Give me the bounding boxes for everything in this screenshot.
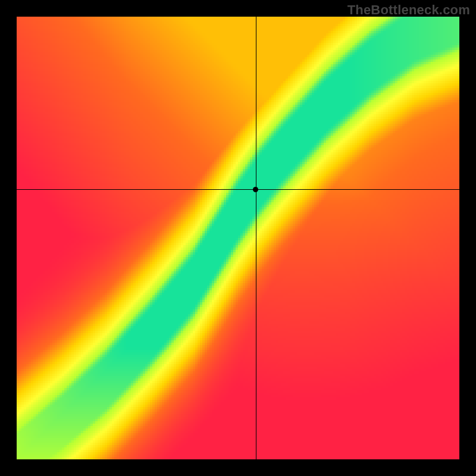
heatmap-plot xyxy=(17,17,459,459)
marker-dot xyxy=(253,187,258,192)
chart-frame: TheBottleneck.com xyxy=(0,0,476,476)
watermark-text: TheBottleneck.com xyxy=(347,2,470,18)
heatmap-canvas xyxy=(17,17,459,459)
crosshair-horizontal xyxy=(17,189,459,190)
crosshair-vertical xyxy=(256,17,256,459)
